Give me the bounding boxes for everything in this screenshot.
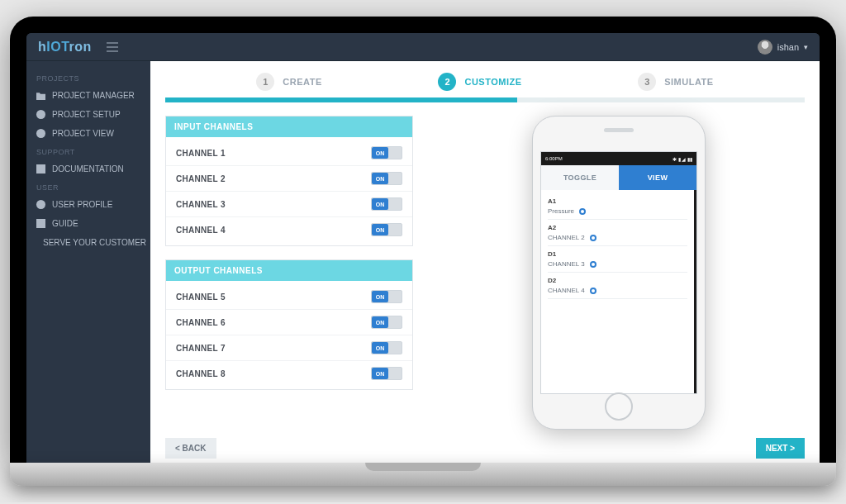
channel-toggle[interactable]: ON [371, 146, 402, 159]
app-body: PROJECTS PROJECT MANAGER PROJECT SETUP P… [26, 61, 820, 463]
footer-buttons: < BACK NEXT > [165, 430, 805, 459]
toggle-state: ON [372, 316, 388, 328]
question-icon: ? [36, 219, 45, 228]
user-icon [36, 200, 45, 209]
columns: INPUT CHANNELS CHANNEL 1ON CHANNEL 2ON C… [165, 116, 805, 430]
phone-list[interactable]: A1Pressure A2CHANNEL 2 D1CHANNEL 3 D2CHA… [541, 190, 696, 393]
toggle-state: ON [372, 342, 388, 354]
step-simulate[interactable]: 3 SIMULATE [638, 73, 713, 91]
phone-tab-view[interactable]: VIEW [619, 165, 696, 190]
phone-tab-toggle[interactable]: TOGGLE [541, 165, 619, 190]
sidebar-item-project-manager[interactable]: PROJECT MANAGER [26, 86, 150, 105]
app-screen: hIOTron ishan ▾ PROJECTS PROJECT MANAGER… [26, 33, 820, 463]
channel-row: CHANNEL 4ON [166, 216, 412, 242]
phone-list-item: D2CHANNEL 4 [548, 273, 687, 299]
step-customize[interactable]: 2 CUSTOMIZE [438, 73, 521, 91]
screen-bezel: hIOTron ishan ▾ PROJECTS PROJECT MANAGER… [10, 17, 836, 463]
phone-item-id: A1 [548, 197, 687, 205]
topbar: hIOTron ishan ▾ [26, 33, 820, 61]
sidebar-item-project-setup[interactable]: PROJECT SETUP [26, 105, 150, 124]
user-name: ishan [777, 42, 799, 52]
sidebar-item-documentation[interactable]: DOCUMENTATION [26, 159, 150, 178]
output-channels-panel: OUTPUT CHANNELS CHANNEL 5ON CHANNEL 6ON … [165, 259, 413, 390]
channel-label: CHANNEL 8 [176, 369, 226, 378]
channel-row: CHANNEL 3ON [166, 191, 412, 216]
phone-device: 6:00PM ✱ ▮ ◢ ▮▮ TOGGLE VIEW [532, 116, 706, 430]
phone-item-id: D1 [548, 250, 687, 258]
sidebar-item-label: PROJECT MANAGER [52, 91, 135, 100]
sidebar-item-label: DOCUMENTATION [52, 164, 124, 174]
sidebar-item-label: USER PROFILE [52, 200, 112, 209]
brand-part3: ron [69, 40, 92, 54]
step-label: CREATE [283, 77, 321, 87]
sidebar-section-user: USER [26, 178, 150, 195]
phone-tabs: TOGGLE VIEW [541, 165, 696, 190]
channels-column: INPUT CHANNELS CHANNEL 1ON CHANNEL 2ON C… [165, 116, 413, 390]
sidebar-item-label: SERVE YOUR CUSTOMER [43, 238, 146, 247]
status-dot-icon [590, 235, 596, 241]
toggle-state: ON [372, 147, 388, 159]
phone-item-id: A2 [548, 224, 687, 231]
gear-icon [36, 110, 45, 119]
channel-label: CHANNEL 7 [176, 344, 226, 353]
channel-label: CHANNEL 1 [176, 149, 226, 158]
channel-label: CHANNEL 2 [176, 174, 226, 183]
channel-toggle[interactable]: ON [371, 341, 402, 354]
chevron-down-icon: ▾ [804, 43, 808, 51]
toggle-state: ON [372, 368, 388, 379]
panel-title: INPUT CHANNELS [166, 116, 412, 137]
channel-toggle[interactable]: ON [371, 172, 402, 185]
phone-time: 6:00PM [545, 156, 563, 161]
brand-part1: h [38, 40, 46, 54]
folder-icon [36, 91, 45, 100]
channel-toggle[interactable]: ON [371, 367, 402, 380]
step-label: CUSTOMIZE [464, 77, 521, 87]
next-button[interactable]: NEXT > [756, 438, 805, 459]
channel-toggle[interactable]: ON [371, 197, 402, 211]
back-button[interactable]: < BACK [165, 438, 216, 459]
channel-toggle[interactable]: ON [371, 316, 402, 329]
toggle-state: ON [372, 173, 388, 184]
phone-list-item: A2CHANNEL 2 [548, 220, 687, 246]
progress-fill [165, 97, 517, 102]
sidebar: PROJECTS PROJECT MANAGER PROJECT SETUP P… [26, 61, 150, 463]
step-create[interactable]: 1 CREATE [256, 73, 321, 91]
sidebar-item-serve-customer[interactable]: SERVE YOUR CUSTOMER [26, 233, 150, 252]
channel-row: CHANNEL 1ON [166, 140, 412, 165]
eye-icon [36, 129, 45, 138]
sidebar-item-user-profile[interactable]: USER PROFILE [26, 195, 150, 214]
step-number: 2 [438, 73, 456, 91]
sidebar-section-projects: PROJECTS [26, 69, 150, 86]
brand-part2: IOT [46, 40, 69, 54]
channel-label: CHANNEL 4 [176, 226, 226, 235]
phone-item-label: CHANNEL 3 [548, 260, 585, 268]
step-number: 3 [638, 73, 656, 91]
brand-logo[interactable]: hIOTron [38, 40, 92, 55]
progress-bar [165, 97, 805, 102]
phone-item-label: CHANNEL 4 [548, 287, 585, 294]
channel-row: CHANNEL 8ON [166, 360, 412, 386]
step-number: 1 [256, 73, 274, 91]
phone-list-item: A1Pressure [548, 193, 687, 220]
sidebar-item-label: GUIDE [52, 219, 78, 228]
channel-toggle[interactable]: ON [371, 223, 402, 236]
phone-list-item: D1CHANNEL 3 [548, 246, 687, 273]
panel-title: OUTPUT CHANNELS [166, 260, 412, 281]
sidebar-section-support: SUPPORT [26, 143, 150, 159]
user-menu[interactable]: ishan ▾ [758, 40, 808, 55]
step-label: SIMULATE [664, 77, 713, 87]
menu-toggle-icon[interactable] [107, 42, 118, 52]
channel-toggle[interactable]: ON [371, 290, 402, 303]
laptop-frame: hIOTron ishan ▾ PROJECTS PROJECT MANAGER… [10, 17, 836, 486]
phone-signal-icons: ✱ ▮ ◢ ▮▮ [673, 156, 692, 162]
status-dot-icon [590, 288, 596, 294]
sidebar-item-guide[interactable]: ?GUIDE [26, 214, 150, 233]
phone-item-label: CHANNEL 2 [548, 234, 585, 241]
sidebar-item-project-view[interactable]: PROJECT VIEW [26, 124, 150, 143]
phone-statusbar: 6:00PM ✱ ▮ ◢ ▮▮ [541, 152, 696, 165]
status-dot-icon [579, 208, 586, 215]
avatar-icon [758, 40, 772, 55]
channel-row: CHANNEL 7ON [166, 335, 412, 360]
content: 1 CREATE 2 CUSTOMIZE 3 SIMULATE [150, 61, 820, 463]
sidebar-item-label: PROJECT SETUP [52, 110, 121, 119]
